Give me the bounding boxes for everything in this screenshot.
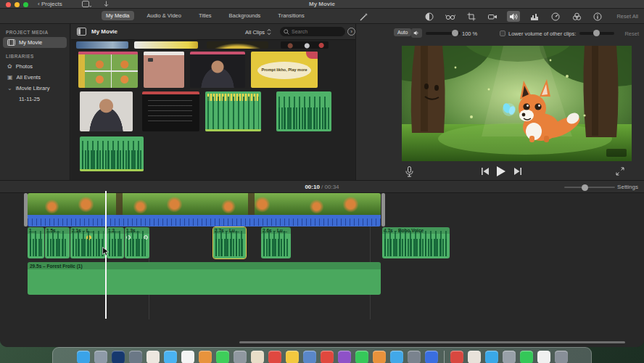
skip-forward-button[interactable] xyxy=(513,168,522,175)
timeline-video-clip[interactable] xyxy=(28,193,381,227)
timeline-settings-button[interactable]: Settings xyxy=(617,184,638,190)
dock-app-icon[interactable] xyxy=(77,351,90,363)
timeline-zoom-slider[interactable] xyxy=(564,187,615,188)
volume-adjust-icon[interactable] xyxy=(507,11,520,22)
disclosure-chevron-icon[interactable]: ⌄ xyxy=(7,86,12,91)
dock-app-icon[interactable] xyxy=(129,351,142,363)
media-thumbnail[interactable] xyxy=(207,41,268,49)
dock-app-icon[interactable] xyxy=(112,351,125,363)
media-thumbnail[interactable] xyxy=(134,41,198,49)
dock-app-icon[interactable] xyxy=(94,351,107,363)
media-thumbnail-pink-card[interactable] xyxy=(144,52,184,88)
media-thumbnail-audio[interactable] xyxy=(80,136,144,171)
timeline-audio-clip[interactable]: 2.1s – L… ♪ xyxy=(70,227,106,258)
dock-app-icon[interactable] xyxy=(216,351,229,363)
sidebar-item-event-date[interactable]: 11-11-25 xyxy=(3,94,67,105)
timeline-music-clip[interactable]: 29.5s – Forest Frolic (1) xyxy=(28,262,381,295)
tab-my-media[interactable]: My Media xyxy=(102,11,134,20)
app-window: ‹ Projects My Movie My Media Audio & Vid… xyxy=(0,0,644,347)
browser-header: My Movie All Clips › xyxy=(71,24,355,40)
speed-icon[interactable] xyxy=(549,11,562,22)
dock-app-icon[interactable] xyxy=(268,351,281,363)
browser-forward-icon[interactable]: › xyxy=(347,28,355,36)
color-balance-icon[interactable] xyxy=(423,11,436,22)
dock-app-icon[interactable] xyxy=(408,351,421,363)
timeline-audio-clip-selected[interactable]: 2.7s – Lu… xyxy=(213,227,246,258)
dock-app-icon[interactable] xyxy=(537,351,550,363)
timeline-audio-clip[interactable]: 1… xyxy=(28,227,44,258)
reset-button[interactable]: Reset xyxy=(624,30,639,37)
media-thumbnail-presenter[interactable] xyxy=(190,52,245,88)
auto-volume-button[interactable]: Auto xyxy=(394,28,411,36)
sidebar-toggle-icon[interactable] xyxy=(77,28,86,36)
viewer-controls xyxy=(356,165,644,179)
dock-app-icon[interactable] xyxy=(321,351,334,363)
dock-app-icon[interactable] xyxy=(355,351,368,363)
media-thumbnail-screen-recording[interactable] xyxy=(142,91,199,131)
toolbar: My Media Audio & Video Titles Background… xyxy=(0,9,644,24)
clip-filter-icon[interactable] xyxy=(570,11,583,22)
tab-audio-video[interactable]: Audio & Video xyxy=(143,11,186,20)
tab-titles[interactable]: Titles xyxy=(194,11,216,20)
timeline-zoom-knob[interactable] xyxy=(582,184,588,191)
dock-app-icon[interactable] xyxy=(468,351,481,363)
dock-app-icon[interactable] xyxy=(251,351,264,363)
lower-volume-checkbox[interactable] xyxy=(500,30,505,36)
stabilization-icon[interactable] xyxy=(486,11,499,22)
dock-app-icon[interactable] xyxy=(164,351,177,363)
fullscreen-icon[interactable] xyxy=(616,167,624,176)
media-thumbnail[interactable] xyxy=(76,41,128,49)
dock-app-icon[interactable] xyxy=(390,351,403,363)
timeline-audio-clip[interactable]: 1.5s… xyxy=(45,227,70,258)
clip-filter-dropdown[interactable]: All Clips xyxy=(245,28,271,36)
timeline-audio-clip[interactable]: 4.7s – Bobo Voice xyxy=(382,227,450,258)
reset-all-button[interactable]: Reset All xyxy=(616,13,638,20)
dock-app-icon[interactable] xyxy=(199,351,212,363)
timeline-audio-clip[interactable]: 1.3s… xyxy=(125,227,149,258)
clip-trim-handle-right[interactable] xyxy=(381,193,385,227)
crop-icon[interactable] xyxy=(465,11,478,22)
dock-app-icon[interactable] xyxy=(450,351,463,363)
clip-info-icon[interactable] xyxy=(591,11,604,22)
media-thumbnail-webcam[interactable] xyxy=(80,91,133,131)
dock-app-icon[interactable] xyxy=(485,351,498,363)
window-title: My Movie xyxy=(0,1,644,7)
dock-app-icon[interactable] xyxy=(373,351,386,363)
tab-transitions[interactable]: Transitions xyxy=(273,11,308,20)
dock-app-icon[interactable] xyxy=(146,351,160,363)
dock-app-icon[interactable] xyxy=(503,351,516,363)
dock-app-icon[interactable] xyxy=(303,351,316,363)
mute-button[interactable] xyxy=(411,28,422,38)
skip-back-button[interactable] xyxy=(481,168,490,175)
sidebar-item-imovie-library[interactable]: ⌄ iMovie Library xyxy=(3,83,67,94)
sidebar-item-photos[interactable]: ✿ Photos xyxy=(3,61,67,72)
tab-backgrounds[interactable]: Backgrounds xyxy=(225,11,265,20)
dock-app-icon[interactable] xyxy=(425,351,438,363)
dock-app-icon[interactable] xyxy=(181,351,194,363)
search-input[interactable] xyxy=(280,27,345,36)
media-thumbnail-fox-grid[interactable] xyxy=(78,52,138,88)
timeline-scrollbar[interactable] xyxy=(239,341,625,343)
dock-app-icon[interactable] xyxy=(234,351,247,363)
media-thumbnail-audio[interactable] xyxy=(205,91,261,131)
filmstrip-icon xyxy=(7,39,15,46)
noise-reduction-icon[interactable] xyxy=(528,11,541,22)
sidebar-item-all-events[interactable]: ▣ All Events xyxy=(3,72,67,83)
lower-volume-slider-knob[interactable] xyxy=(593,30,600,36)
dock-app-icon[interactable] xyxy=(338,351,351,363)
voiceover-mic-icon[interactable] xyxy=(405,166,413,177)
play-button[interactable] xyxy=(496,166,505,176)
media-thumbnail[interactable] xyxy=(281,41,329,49)
dock-app-icon[interactable] xyxy=(286,351,299,363)
color-correction-icon[interactable] xyxy=(444,11,457,22)
volume-slider[interactable] xyxy=(426,32,461,35)
dock-app-icon[interactable] xyxy=(520,351,533,363)
media-thumbnail-promo-card[interactable]: Prompt likho, Play more xyxy=(251,52,318,88)
lower-volume-slider[interactable] xyxy=(579,32,614,35)
volume-slider-knob[interactable] xyxy=(452,30,458,36)
enhance-wand-icon[interactable] xyxy=(360,12,368,21)
media-thumbnail-audio[interactable] xyxy=(276,91,331,131)
dock-app-icon[interactable] xyxy=(555,351,568,363)
sidebar-item-my-movie[interactable]: My Movie xyxy=(3,37,67,48)
timeline-audio-clip[interactable]: 2.6s – Lu… xyxy=(261,227,291,258)
